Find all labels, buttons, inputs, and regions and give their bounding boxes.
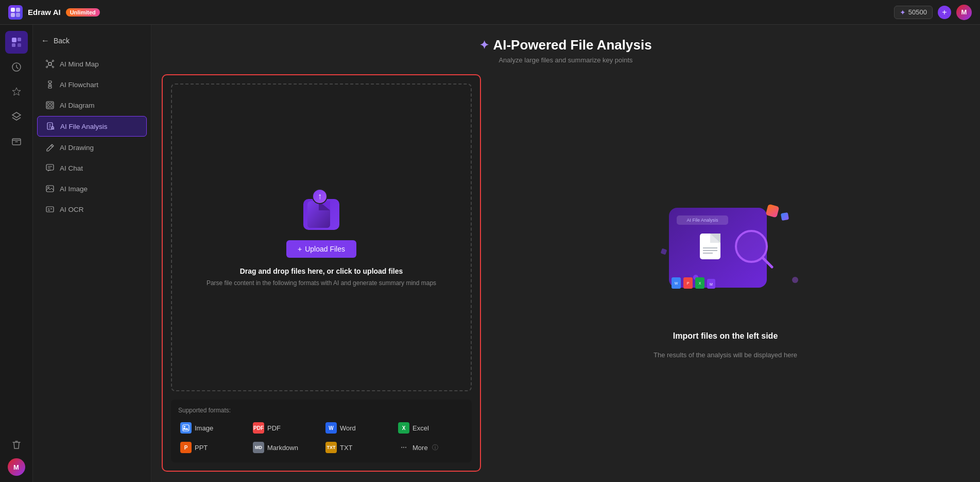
svg-rect-37 [46, 186, 54, 192]
right-panel-subtitle: The results of the analysis will be disp… [654, 351, 797, 359]
svg-rect-39 [46, 207, 54, 212]
format-word[interactable]: W Word [323, 420, 392, 436]
format-pdf[interactable]: PDF PDF [251, 420, 319, 436]
nav-label-drawing: AI Drawing [60, 144, 94, 152]
format-more-help-icon: ⓘ [432, 443, 438, 452]
sidebar-icon-archive[interactable] [5, 130, 28, 153]
sidebar-avatar[interactable]: M [8, 458, 25, 476]
page-subtitle: Analyze large files and summarize key po… [151, 56, 980, 64]
svg-rect-6 [12, 43, 15, 47]
format-txt[interactable]: TXT TXT [323, 440, 392, 455]
svg-text:P: P [686, 281, 689, 285]
svg-line-15 [47, 61, 49, 63]
format-ppt-label: PPT [195, 444, 208, 452]
plus-icon: + [942, 8, 947, 17]
nav-label-mind-map: AI Mind Map [60, 60, 99, 68]
sidebar-icon-new[interactable] [5, 31, 28, 54]
nav-item-flowchart[interactable]: AI Flowchart [37, 75, 147, 94]
format-markdown[interactable]: MD Markdown [251, 440, 319, 455]
format-word-icon: W [325, 422, 337, 434]
upload-icon: ↑ [301, 189, 342, 230]
formats-label: Supported formats: [178, 407, 465, 414]
avatar-letter: M [961, 8, 967, 16]
svg-text:W: W [674, 281, 678, 285]
topbar-right: ✦ 50500 + M [894, 5, 972, 20]
nav-item-diagram[interactable]: AI Diagram [37, 95, 147, 115]
svg-text:X: X [698, 281, 701, 285]
svg-line-18 [51, 65, 53, 67]
sidebar-icon-trash[interactable] [5, 434, 28, 456]
format-excel[interactable]: X Excel [396, 420, 465, 436]
nav-item-ocr[interactable]: AI OCR [37, 200, 147, 219]
content-area: ✦ AI-Powered File Analysis Analyze large… [151, 25, 980, 482]
svg-rect-2 [11, 13, 15, 17]
page-header: ✦ AI-Powered File Analysis Analyze large… [151, 25, 980, 68]
svg-text:M: M [710, 282, 713, 286]
main-layout: M ← Back AI Mind Map [0, 25, 980, 482]
supported-formats-section: Supported formats: Image [171, 400, 472, 462]
format-more-icon: ··· [398, 442, 409, 453]
sidebar-icon-layers[interactable] [5, 105, 28, 128]
chat-icon [45, 163, 55, 173]
format-ppt[interactable]: P PPT [178, 440, 247, 455]
svg-rect-26 [47, 106, 49, 108]
svg-point-73 [792, 277, 798, 283]
format-ppt-icon: P [180, 442, 192, 453]
credits-value: 50500 [908, 8, 927, 16]
upload-arrow-icon: ↑ [312, 189, 328, 204]
nav-label-ocr: AI OCR [60, 206, 84, 213]
user-avatar[interactable]: M [956, 5, 972, 20]
nav-item-chat[interactable]: AI Chat [37, 158, 147, 178]
svg-rect-7 [18, 43, 21, 47]
nav-panel: ← Back AI Mind Map [33, 25, 151, 482]
unlimited-badge: Unlimited [66, 8, 100, 16]
right-panel-title: Import files on the left side [673, 331, 778, 341]
plus-button[interactable]: + [938, 6, 951, 19]
drag-drop-subtext: Parse file content in the following form… [207, 279, 436, 287]
image-icon [45, 184, 55, 193]
svg-rect-24 [47, 103, 49, 105]
format-image[interactable]: Image [178, 420, 247, 436]
upload-drop-zone[interactable]: ↑ + Upload Files Drag and drop files her… [171, 84, 472, 391]
svg-rect-72 [660, 248, 667, 255]
svg-line-33 [54, 129, 54, 129]
nav-label-diagram: AI Diagram [60, 102, 95, 109]
back-button[interactable]: ← Back [33, 32, 151, 49]
svg-line-17 [47, 65, 49, 67]
flowchart-icon [45, 80, 55, 89]
credits-button[interactable]: ✦ 50500 [894, 6, 933, 19]
nav-item-drawing[interactable]: AI Drawing [37, 138, 147, 157]
format-markdown-icon: MD [253, 442, 264, 453]
format-txt-icon: TXT [325, 442, 337, 453]
upload-files-button[interactable]: + Upload Files [286, 240, 356, 258]
back-arrow-icon: ← [41, 36, 49, 45]
illustration-svg: AI File Analysis [648, 187, 803, 321]
mind-map-icon [45, 59, 55, 69]
icon-sidebar: M [0, 25, 33, 482]
app-logo [8, 5, 23, 20]
nav-item-file-analysis[interactable]: AI File Analysis [37, 116, 147, 137]
format-pdf-icon: PDF [253, 422, 264, 434]
drawing-icon [45, 143, 55, 152]
diagram-icon [45, 101, 55, 110]
format-word-label: Word [340, 424, 356, 432]
file-analysis-icon [46, 122, 55, 131]
format-more-label: More [412, 444, 428, 452]
nav-item-mind-map[interactable]: AI Mind Map [37, 54, 147, 74]
back-label: Back [54, 37, 70, 45]
sidebar-icon-star[interactable] [5, 80, 28, 103]
format-image-label: Image [195, 424, 213, 432]
format-txt-label: TXT [340, 444, 353, 452]
format-image-icon [180, 422, 192, 434]
format-more[interactable]: ··· More ⓘ [396, 440, 465, 455]
ocr-icon [45, 205, 55, 214]
upload-plus-icon: + [298, 245, 302, 253]
nav-label-flowchart: AI Flowchart [60, 81, 98, 89]
nav-item-image[interactable]: AI Image [37, 179, 147, 198]
format-excel-label: Excel [412, 424, 429, 432]
right-panel: AI File Analysis [481, 74, 970, 472]
sidebar-icon-history[interactable] [5, 56, 28, 78]
page-title: ✦ AI-Powered File Analysis [151, 37, 980, 53]
illustration: AI File Analysis [648, 187, 803, 321]
svg-line-16 [51, 61, 53, 63]
